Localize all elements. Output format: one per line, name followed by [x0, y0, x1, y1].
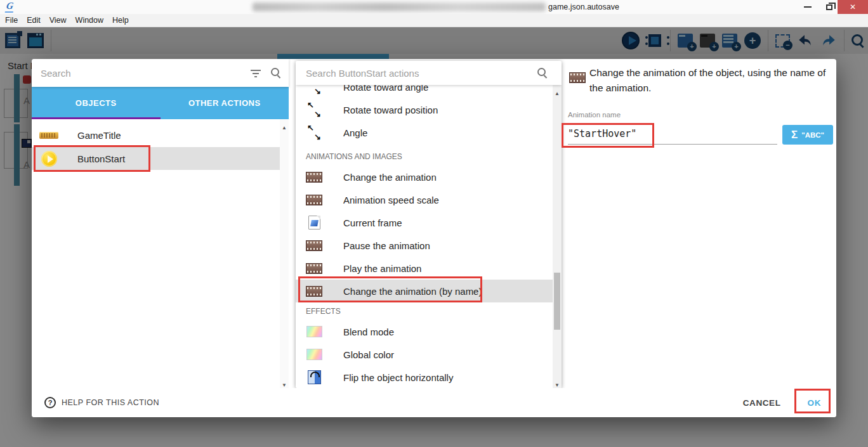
expression-button-label: "ABC"	[801, 131, 824, 139]
rainbow-icon	[306, 326, 322, 337]
action-item[interactable]: Flip the object horizontally	[296, 366, 553, 388]
action-label: Play the animation	[343, 263, 421, 274]
tab-other-actions[interactable]: OTHER ACTIONS	[161, 87, 289, 119]
action-item[interactable]: Change the animation	[296, 165, 553, 188]
current-frame-icon	[306, 216, 322, 230]
search-icon[interactable]	[271, 68, 281, 78]
sigma-icon: Σ	[791, 129, 798, 141]
help-circle-icon	[44, 397, 56, 408]
scrollbar-thumb[interactable]	[554, 273, 560, 330]
minimize-button[interactable]	[798, 0, 817, 14]
action-item[interactable]: Global color	[296, 343, 553, 366]
action-item[interactable]: Animation speed scale	[296, 188, 553, 211]
action-editor-dialog: OBJECTS OTHER ACTIONS GameTitle ButtonSt…	[32, 59, 836, 417]
action-label: Blend mode	[343, 327, 394, 337]
scroll-down-icon[interactable]	[553, 378, 562, 387]
action-label: Change the animation (by name)	[343, 286, 482, 297]
menu-view[interactable]: View	[49, 16, 74, 25]
title-bar: game.json.autosave ✕	[0, 0, 868, 14]
action-item[interactable]: Current frame	[296, 211, 553, 234]
action-label: Global color	[343, 349, 394, 360]
action-item[interactable]: Blend mode	[296, 320, 553, 343]
diagonal-arrows-icon	[306, 125, 322, 140]
game-title-sprite-icon	[39, 132, 58, 139]
action-item[interactable]: Play the animation	[296, 257, 553, 280]
animation-name-field[interactable]	[568, 123, 777, 145]
actions-panel: Rotate toward angle Rotate toward positi…	[296, 61, 562, 388]
action-item[interactable]: Rotate toward position	[296, 98, 553, 121]
objects-panel: OBJECTS OTHER ACTIONS GameTitle ButtonSt…	[32, 59, 289, 388]
film-strip-icon	[306, 263, 322, 274]
animation-name-label: Animation name	[568, 111, 621, 119]
search-icon[interactable]	[537, 68, 548, 78]
film-strip-icon	[306, 172, 322, 183]
close-icon: ✕	[850, 3, 856, 11]
help-label: HELP FOR THIS ACTION	[62, 398, 159, 407]
actions-scrollbar[interactable]	[553, 85, 562, 388]
menu-file[interactable]: File	[5, 16, 25, 25]
action-label: Change the animation	[343, 172, 437, 183]
dialog-footer: HELP FOR THIS ACTION CANCEL OK	[32, 388, 836, 417]
rainbow-icon	[306, 349, 322, 360]
menu-edit[interactable]: Edit	[27, 16, 48, 25]
action-item[interactable]: Rotate toward angle	[296, 85, 553, 98]
restore-icon	[826, 4, 832, 10]
menu-bar: File Edit View Window Help	[0, 14, 868, 27]
action-label: Current frame	[343, 217, 402, 228]
objects-search-input[interactable]	[41, 68, 231, 79]
yellow-play-button-icon	[39, 151, 58, 167]
action-label: Rotate toward position	[343, 105, 438, 115]
filter-icon[interactable]	[251, 70, 261, 77]
diagonal-arrows-icon	[306, 85, 322, 94]
expression-editor-button[interactable]: Σ "ABC"	[782, 125, 833, 145]
scroll-up-icon[interactable]	[553, 86, 562, 95]
panel-tabs: OBJECTS OTHER ACTIONS	[32, 87, 289, 119]
action-label: Flip the object horizontally	[343, 372, 453, 383]
help-link[interactable]: HELP FOR THIS ACTION	[44, 397, 159, 408]
action-item[interactable]: Pause the animation	[296, 234, 553, 257]
object-label: ButtonStart	[77, 153, 125, 164]
objects-search-bar	[32, 59, 289, 87]
minimize-icon	[804, 6, 812, 8]
film-strip-icon	[306, 286, 322, 297]
action-parameters-panel: Change the animation of the object, usin…	[567, 59, 836, 388]
actions-search-bar	[296, 61, 562, 85]
object-label: GameTitle	[77, 130, 121, 141]
object-item-gametitle[interactable]: GameTitle	[32, 124, 289, 146]
action-label: Rotate toward angle	[343, 85, 428, 93]
scroll-down-icon[interactable]	[280, 378, 289, 387]
action-item[interactable]: Angle	[296, 121, 553, 144]
actions-group-header: EFFECTS	[296, 302, 553, 320]
action-description: Change the animation of the object, usin…	[589, 65, 834, 96]
objects-list: GameTitle ButtonStart	[32, 119, 289, 170]
action-label: Angle	[343, 127, 367, 138]
actions-group-header: ANIMATIONS AND IMAGES	[296, 148, 553, 165]
menu-window[interactable]: Window	[76, 16, 110, 25]
ok-button[interactable]: OK	[808, 398, 821, 408]
action-label: Pause the animation	[343, 240, 430, 251]
action-item-selected[interactable]: Change the animation (by name)	[296, 280, 553, 302]
objects-scrollbar[interactable]	[280, 119, 289, 388]
menu-help[interactable]: Help	[112, 16, 136, 25]
flip-horizontal-icon	[306, 370, 322, 384]
window-title: game.json.autosave	[548, 3, 619, 11]
action-label: Animation speed scale	[343, 195, 439, 205]
active-tab-underline	[32, 117, 161, 119]
cancel-button[interactable]: CANCEL	[743, 398, 781, 408]
film-strip-icon	[306, 195, 322, 205]
close-button[interactable]: ✕	[838, 0, 868, 14]
diagonal-arrows-icon	[306, 102, 322, 117]
tab-objects[interactable]: OBJECTS	[32, 87, 161, 119]
actions-list: Rotate toward angle Rotate toward positi…	[296, 85, 553, 388]
film-strip-icon	[569, 72, 586, 83]
film-strip-icon	[306, 240, 322, 251]
actions-search-input[interactable]	[306, 68, 522, 79]
gdevelop-logo-icon	[6, 1, 14, 13]
blurred-file-path	[253, 3, 546, 11]
restore-button[interactable]	[820, 0, 839, 14]
object-item-buttonstart[interactable]: ButtonStart	[32, 147, 289, 170]
scroll-up-icon[interactable]	[280, 120, 289, 129]
